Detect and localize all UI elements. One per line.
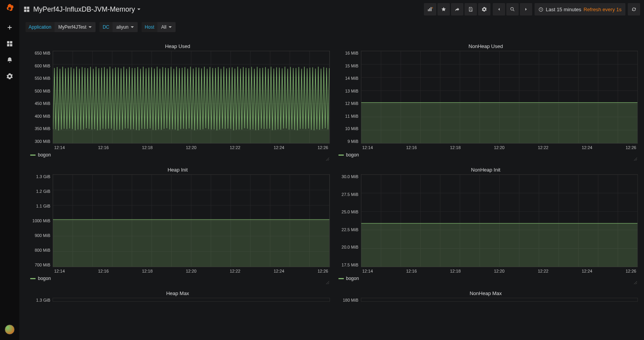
svg-rect-11 [430, 7, 431, 11]
x-tick: 12:18 [450, 145, 461, 150]
y-tick: 550 MiB [35, 76, 50, 81]
star-button[interactable] [437, 3, 450, 15]
legend[interactable]: bogon [29, 150, 330, 158]
chart-canvas[interactable] [361, 174, 638, 267]
settings-button[interactable] [478, 3, 490, 15]
chart-canvas[interactable] [53, 298, 330, 302]
x-tick: 12:22 [230, 145, 241, 150]
legend-swatch [338, 155, 344, 156]
share-button[interactable] [451, 3, 463, 15]
svg-text:+: + [432, 7, 433, 9]
var-label: Host [142, 22, 157, 32]
grafana-logo[interactable] [4, 3, 15, 14]
y-tick: 25.0 MiB [342, 209, 358, 214]
y-tick: 10 MiB [345, 126, 358, 131]
panel-title[interactable]: Heap Init [26, 167, 330, 173]
svg-rect-5 [24, 7, 26, 9]
y-axis: 1.3 GiB [26, 298, 53, 302]
x-tick: 12:20 [494, 269, 505, 273]
variable-bar: Application MyPerf4JTest DC aliyun Host … [19, 19, 644, 36]
x-tick: 12:16 [406, 145, 417, 150]
nav-dashboards-icon[interactable] [3, 37, 16, 50]
x-tick: 12:14 [54, 269, 65, 273]
time-forward-button[interactable] [520, 3, 532, 15]
var-host[interactable]: Host All [142, 22, 176, 32]
x-tick: 12:20 [494, 145, 505, 150]
x-tick: 12:16 [98, 145, 109, 150]
var-value[interactable]: All [157, 22, 176, 32]
legend-swatch [30, 278, 36, 279]
resize-handle-icon[interactable] [326, 156, 329, 159]
panel-heap-max[interactable]: Heap Max 1.3 GiB [26, 287, 330, 304]
svg-rect-4 [10, 44, 12, 46]
save-button[interactable] [465, 3, 477, 15]
y-tick: 16 MiB [345, 51, 358, 55]
chart-canvas[interactable] [53, 51, 330, 144]
x-tick: 12:18 [450, 269, 461, 273]
x-tick: 12:24 [273, 145, 284, 150]
var-application[interactable]: Application MyPerf4JTest [26, 22, 96, 32]
chart-canvas[interactable] [53, 174, 330, 267]
clock-icon [538, 7, 543, 12]
zoom-out-button[interactable] [506, 3, 519, 15]
y-axis: 650 MiB600 MiB550 MiB500 MiB450 MiB400 M… [26, 51, 53, 144]
panel-nonheap-init[interactable]: NonHeap Init 30.0 MiB27.5 MiB25.0 MiB22.… [334, 164, 638, 283]
x-tick: 12:26 [625, 145, 636, 150]
chart-canvas[interactable] [361, 51, 638, 144]
panel-title[interactable]: NonHeap Max [334, 290, 638, 296]
x-tick: 12:20 [186, 145, 196, 150]
y-tick: 22.5 MiB [342, 227, 358, 232]
panel-heap-used[interactable]: Heap Used 650 MiB600 MiB550 MiB500 MiB45… [26, 40, 330, 160]
page-title: MyPerf4J-InfluxDB-JVM-Memory [33, 5, 135, 14]
x-tick: 12:22 [538, 145, 548, 150]
dashboard-title-picker[interactable]: MyPerf4J-InfluxDB-JVM-Memory [33, 5, 140, 14]
svg-rect-1 [7, 41, 9, 43]
y-tick: 1000 MiB [32, 218, 50, 223]
nav-add-icon[interactable] [3, 21, 16, 34]
var-dc[interactable]: DC aliyun [99, 22, 138, 32]
dashboard-icon[interactable] [23, 6, 30, 13]
svg-rect-6 [27, 7, 29, 9]
y-tick: 15 MiB [345, 64, 358, 68]
add-panel-button[interactable]: + [424, 3, 436, 15]
y-tick: 13 MiB [345, 89, 358, 93]
user-avatar[interactable] [5, 325, 15, 335]
legend[interactable]: bogon [29, 273, 330, 281]
panel-nonheap-max[interactable]: NonHeap Max 180 MiB [334, 287, 638, 304]
y-tick: 180 MiB [343, 298, 358, 302]
svg-rect-2 [10, 41, 12, 43]
panel-title[interactable]: NonHeap Init [334, 167, 638, 173]
resize-handle-icon[interactable] [634, 156, 637, 159]
x-tick: 12:16 [98, 269, 109, 273]
x-axis: 12:1412:1612:1812:2012:2212:2412:26 [361, 267, 638, 273]
y-tick: 17.5 MiB [342, 263, 358, 267]
resize-handle-icon[interactable] [634, 280, 637, 283]
svg-rect-10 [429, 8, 430, 11]
panel-title[interactable]: Heap Max [26, 290, 330, 296]
y-tick: 600 MiB [35, 64, 50, 68]
legend[interactable]: bogon [337, 273, 638, 281]
nav-settings-icon[interactable] [3, 70, 16, 83]
time-range-label: Last 15 minutes [546, 7, 581, 12]
legend-label: bogon [38, 276, 51, 281]
chevron-down-icon [137, 9, 140, 10]
resize-handle-icon[interactable] [326, 280, 329, 283]
panel-nonheap-used[interactable]: NonHeap Used 16 MiB15 MiB14 MiB13 MiB12 … [334, 40, 638, 160]
x-tick: 12:16 [406, 269, 417, 273]
time-back-button[interactable] [493, 3, 505, 15]
y-axis: 16 MiB15 MiB14 MiB13 MiB12 MiB11 MiB10 M… [334, 51, 361, 144]
panel-title[interactable]: NonHeap Used [334, 43, 638, 49]
panel-heap-init[interactable]: Heap Init 1.3 GiB1.2 GiB1.1 GiB1000 MiB9… [26, 164, 330, 283]
y-tick: 1.3 GiB [36, 174, 50, 179]
var-value[interactable]: MyPerf4JTest [55, 22, 96, 32]
y-tick: 400 MiB [35, 114, 50, 118]
chart-canvas[interactable] [361, 298, 638, 302]
legend[interactable]: bogon [337, 150, 638, 158]
nav-alerts-icon[interactable] [3, 53, 16, 67]
time-range-picker[interactable]: Last 15 minutes Refresh every 1s [535, 3, 625, 15]
refresh-button[interactable] [628, 3, 640, 15]
x-tick: 12:24 [273, 269, 284, 273]
panel-title[interactable]: Heap Used [26, 43, 330, 49]
x-tick: 12:14 [362, 269, 373, 273]
var-value[interactable]: aliyun [113, 22, 138, 32]
